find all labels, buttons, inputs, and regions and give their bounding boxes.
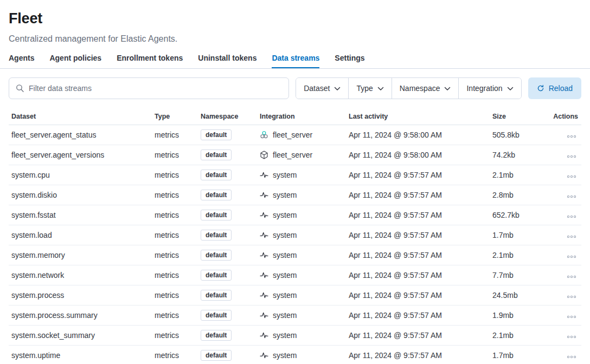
integration-name: system bbox=[273, 251, 297, 259]
integration-icon bbox=[260, 211, 268, 219]
namespace-badge: default bbox=[201, 170, 232, 180]
integration-icon bbox=[260, 291, 268, 300]
boxes-horizontal-icon bbox=[567, 256, 569, 258]
row-actions-button[interactable] bbox=[565, 253, 578, 260]
namespace-badge: default bbox=[201, 270, 232, 281]
tab-bar: Agents Agent policies Enrollment tokens … bbox=[0, 54, 590, 69]
type-cell: metrics bbox=[152, 211, 198, 219]
actions-cell bbox=[547, 231, 581, 240]
filter-namespace[interactable]: Namespace bbox=[392, 78, 459, 99]
table-row: fleet_server.agent_versions metrics defa… bbox=[9, 145, 581, 165]
last-activity-cell: Apr 11, 2024 @ 9:57:57 AM bbox=[346, 211, 490, 219]
integration-icon bbox=[260, 271, 268, 280]
filter-integration[interactable]: Integration bbox=[458, 78, 521, 99]
integration-icon bbox=[260, 351, 268, 360]
integration-cell: system bbox=[257, 171, 346, 179]
size-cell: 1.7mb bbox=[490, 231, 547, 239]
tab-data-streams[interactable]: Data streams bbox=[272, 54, 319, 68]
dataset-cell: system.process.summary bbox=[9, 311, 152, 320]
boxes-horizontal-icon bbox=[567, 356, 569, 358]
table-row: system.socket_summary metrics default sy… bbox=[9, 326, 581, 346]
column-header-type: Type bbox=[152, 113, 198, 120]
actions-cell bbox=[547, 271, 581, 280]
size-cell: 505.8kb bbox=[490, 131, 547, 139]
integration-name: system bbox=[273, 311, 297, 320]
type-cell: metrics bbox=[152, 251, 198, 259]
page-subtitle: Centralized management for Elastic Agent… bbox=[9, 34, 581, 44]
boxes-horizontal-icon bbox=[567, 196, 569, 198]
type-cell: metrics bbox=[152, 351, 198, 360]
table-row: system.cpu metrics default system Apr 11… bbox=[9, 165, 581, 185]
reload-button[interactable]: Reload bbox=[528, 77, 581, 99]
reload-label: Reload bbox=[549, 84, 573, 93]
size-cell: 2.1mb bbox=[490, 171, 547, 179]
dataset-cell: system.process bbox=[9, 291, 152, 300]
type-cell: metrics bbox=[152, 151, 198, 159]
row-actions-button[interactable] bbox=[565, 274, 578, 280]
integration-name: system bbox=[273, 291, 297, 300]
row-actions-button[interactable] bbox=[565, 193, 578, 200]
last-activity-cell: Apr 11, 2024 @ 9:57:57 AM bbox=[346, 311, 490, 320]
row-actions-button[interactable] bbox=[565, 354, 578, 360]
integration-icon bbox=[260, 131, 268, 139]
last-activity-cell: Apr 11, 2024 @ 9:58:00 AM bbox=[346, 151, 490, 159]
integration-name: system bbox=[273, 211, 297, 219]
integration-cell: system bbox=[257, 271, 346, 280]
type-cell: metrics bbox=[152, 171, 198, 179]
reload-icon bbox=[537, 84, 544, 92]
type-cell: metrics bbox=[152, 271, 198, 280]
integration-cell: system bbox=[257, 251, 346, 259]
row-actions-button[interactable] bbox=[565, 133, 578, 140]
integration-name: system bbox=[273, 191, 297, 199]
chevron-down-icon bbox=[377, 86, 384, 92]
namespace-cell: default bbox=[198, 210, 257, 220]
tab-enrollment-tokens[interactable]: Enrollment tokens bbox=[117, 54, 183, 68]
row-actions-button[interactable] bbox=[565, 314, 578, 320]
tab-uninstall-tokens[interactable]: Uninstall tokens bbox=[198, 54, 256, 68]
type-cell: metrics bbox=[152, 231, 198, 239]
search-input[interactable] bbox=[29, 84, 282, 93]
boxes-horizontal-icon bbox=[567, 296, 569, 298]
last-activity-cell: Apr 11, 2024 @ 9:57:57 AM bbox=[346, 191, 490, 199]
filter-type[interactable]: Type bbox=[348, 78, 391, 99]
namespace-cell: default bbox=[198, 290, 257, 301]
filter-dataset-label: Dataset bbox=[304, 84, 330, 92]
actions-cell bbox=[547, 151, 581, 160]
integration-cell: system bbox=[257, 231, 346, 239]
row-actions-button[interactable] bbox=[565, 153, 578, 160]
actions-cell bbox=[547, 191, 581, 200]
tab-agents[interactable]: Agents bbox=[9, 54, 34, 68]
type-cell: metrics bbox=[152, 131, 198, 139]
row-actions-button[interactable] bbox=[565, 334, 578, 340]
row-actions-button[interactable] bbox=[565, 294, 578, 300]
namespace-badge: default bbox=[201, 330, 232, 341]
integration-name: system bbox=[273, 171, 297, 179]
boxes-horizontal-icon bbox=[567, 176, 569, 178]
boxes-horizontal-icon bbox=[567, 336, 569, 338]
integration-icon bbox=[260, 331, 268, 340]
actions-cell bbox=[547, 171, 581, 180]
namespace-cell: default bbox=[198, 270, 257, 281]
table-header: Dataset Type Namespace Integration Last … bbox=[9, 108, 581, 125]
table-row: system.diskio metrics default system Apr… bbox=[9, 185, 581, 205]
last-activity-cell: Apr 11, 2024 @ 9:57:57 AM bbox=[346, 171, 490, 179]
actions-cell bbox=[547, 291, 581, 300]
integration-name: fleet_server bbox=[273, 131, 312, 139]
namespace-badge: default bbox=[201, 290, 232, 301]
table-row: system.fsstat metrics default system Apr… bbox=[9, 205, 581, 225]
row-actions-button[interactable] bbox=[565, 233, 578, 240]
integration-icon bbox=[260, 231, 268, 239]
tab-settings[interactable]: Settings bbox=[335, 54, 364, 68]
page-title: Fleet bbox=[9, 10, 581, 27]
row-actions-button[interactable] bbox=[565, 173, 578, 180]
dataset-cell: system.uptime bbox=[9, 351, 152, 360]
integration-cell: system bbox=[257, 351, 346, 360]
integration-icon bbox=[260, 311, 268, 320]
filter-dataset[interactable]: Dataset bbox=[296, 78, 348, 99]
table-row: system.network metrics default system Ap… bbox=[9, 265, 581, 285]
tab-agent-policies[interactable]: Agent policies bbox=[49, 54, 101, 68]
row-actions-button[interactable] bbox=[565, 213, 578, 220]
chevron-down-icon bbox=[334, 86, 341, 92]
type-cell: metrics bbox=[152, 311, 198, 320]
size-cell: 652.7kb bbox=[490, 211, 547, 219]
